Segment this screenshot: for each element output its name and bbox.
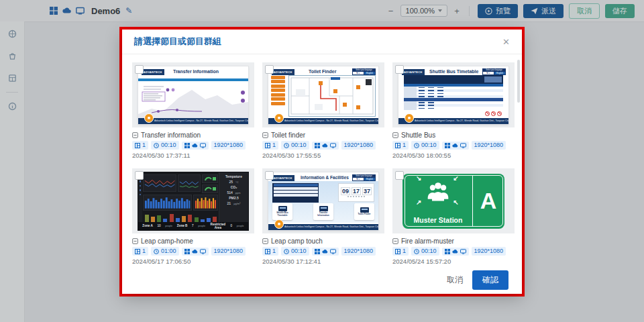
scrollbar-thumb[interactable] (517, 60, 520, 103)
program-name: Leap camp-home (141, 237, 193, 245)
dialog-confirm-button[interactable]: 確認 (472, 270, 508, 290)
display-icon (460, 249, 466, 254)
page-count-badge: 1 (262, 247, 278, 256)
cloud-icon (322, 143, 328, 148)
dialog-footer: 取消 確認 (122, 266, 522, 294)
toilet-menu-buttons (271, 76, 285, 105)
badge-row: 1 00:10 1920*1080 (132, 141, 254, 150)
slide-transfer-information: ADVANTECH Transfer Information (138, 66, 248, 124)
card-checkbox[interactable] (135, 65, 144, 74)
slide-information-facilities: ADVANTECH Information & Facilities Selec… (268, 172, 378, 230)
pages-icon (265, 143, 270, 148)
program-card-transfer[interactable]: ADVANTECH Transfer Information (132, 62, 254, 159)
advantech-logo: ADVANTECH (272, 69, 294, 75)
duration-badge: 00:10 (151, 141, 179, 150)
windows-icon (184, 143, 190, 148)
duration-badge: 00:10 (411, 247, 439, 256)
slide-header-bar (138, 78, 248, 81)
program-name: Shuttle Bus (401, 131, 435, 139)
program-thumbnail[interactable]: ADVANTECH Transfer Information (132, 62, 254, 127)
dialog-title: 請選擇節目或節目群組 (134, 36, 221, 48)
pages-icon (135, 249, 140, 254)
annotation-red-box: 請選擇節目或節目群組 ✕ ADVANTECH Transfer Informat… (119, 27, 525, 297)
card-checkbox[interactable] (395, 171, 404, 180)
close-icon[interactable]: ✕ (502, 37, 510, 47)
card-checkbox[interactable] (135, 171, 144, 180)
program-name: Leap camp touch (271, 237, 323, 245)
badge-row: 1 00:10 1920*1080 (262, 247, 384, 256)
program-name: Fire alarm-muster (401, 237, 454, 245)
program-date: 2024/05/30 17:12:41 (262, 258, 384, 265)
duration-badge: 00:10 (411, 141, 439, 150)
pages-icon (395, 143, 400, 148)
program-grid: ADVANTECH Transfer Information (132, 62, 522, 265)
arrow-in-icon: ↗ (416, 199, 421, 206)
program-date: 2024/05/30 18:00:55 (392, 152, 515, 159)
resolution-badge: 1920*1080 (341, 247, 376, 256)
program-thumbnail[interactable]: Tempature 25°C CO₂ 514ppm PM2.5 21μg/m³ … (132, 168, 254, 233)
language-selector: Select your language 繁中English (352, 174, 376, 182)
program-card-shuttle[interactable]: ADVANTECH Shuttle Bus Timetable Select y… (392, 62, 515, 159)
advantech-logo: ADVANTECH (402, 69, 425, 75)
program-name: Transfer information (141, 131, 201, 139)
clock-hours: 09 (341, 187, 350, 195)
clock-icon (414, 249, 419, 254)
slide-toilet-finder: ADVANTECH Toilet Finder Select your lang… (268, 66, 378, 124)
program-thumbnail[interactable]: ADVANTECH Information & Facilities Selec… (262, 168, 384, 233)
windows-icon (184, 249, 190, 254)
card-checkbox[interactable] (265, 65, 274, 74)
slide-muster-station: ↘ ↙ ↗ ↖ Muster Station A (402, 174, 504, 229)
clock-icon (414, 143, 419, 148)
slide-dashboard: Tempature 25°C CO₂ 514ppm PM2.5 21μg/m³ … (138, 172, 248, 230)
pages-icon (265, 249, 270, 254)
program-thumbnail[interactable]: ADVANTECH Shuttle Bus Timetable Select y… (392, 62, 515, 127)
page-count-badge: 1 (132, 141, 148, 150)
program-meta: Toilet finder 1 00:10 1920*1080 2024/05/… (262, 127, 384, 159)
badge-row: 1 00:10 1920*1080 (392, 141, 515, 150)
dashboard-metrics: Tempature 25°C CO₂ 514ppm PM2.5 21μg/m³ (219, 172, 248, 222)
arrow-in-icon: ↖ (453, 199, 459, 206)
program-date: 2024/05/30 17:37:11 (132, 152, 254, 159)
program-card-leap-home[interactable]: Tempature 25°C CO₂ 514ppm PM2.5 21μg/m³ … (132, 168, 254, 265)
resolution-badge: 1920*1080 (211, 141, 246, 150)
app-root: Demo6 ✎ − 100.00% + 預覽 派送 取消 儲存 (0, 0, 644, 322)
program-thumbnail[interactable]: ADVANTECH Toilet Finder Select your lang… (262, 62, 384, 127)
program-icon (392, 132, 398, 138)
dialog-cancel-button[interactable]: 取消 (447, 274, 463, 286)
duration-badge: 00:10 (281, 141, 309, 150)
program-card-leap-touch[interactable]: ADVANTECH Information & Facilities Selec… (262, 168, 384, 265)
platform-badge (442, 142, 469, 150)
resolution-badge: 1920*1080 (341, 141, 376, 150)
program-name: Toilet finder (271, 131, 305, 139)
program-date: 2024/05/17 17:06:50 (132, 258, 254, 265)
cloud-icon (322, 249, 328, 254)
program-thumbnail[interactable]: ↘ ↙ ↗ ↖ Muster Station A (392, 168, 515, 233)
platform-badge (312, 248, 339, 256)
advantech-logo: ADVANTECH (142, 69, 164, 75)
card-checkbox[interactable] (265, 171, 274, 180)
program-meta: Transfer information 1 00:10 1920*1080 2… (132, 127, 254, 159)
slide-title: Information & Facilities (301, 175, 349, 180)
pages-icon (395, 249, 400, 254)
platform-badge (182, 248, 209, 256)
pages-icon (135, 143, 140, 148)
badge-row: 1 00:10 1920*1080 (262, 141, 384, 150)
slide-title: Transfer Information (173, 69, 219, 74)
muster-station-label: Muster Station (405, 216, 471, 224)
home-icon (274, 113, 284, 123)
program-meta: Shuttle Bus 1 00:10 1920*1080 2024/05/30… (392, 127, 515, 159)
program-card-toilet[interactable]: ADVANTECH Toilet Finder Select your lang… (262, 62, 384, 159)
home-icon (144, 113, 154, 123)
platform-badge (442, 248, 469, 256)
program-date: 2024/05/30 17:55:55 (262, 152, 384, 159)
program-icon (392, 238, 398, 244)
program-meta: Leap camp-home 1 01:00 1920*1080 2024/05… (132, 233, 254, 265)
program-card-muster[interactable]: ↘ ↙ ↗ ↖ Muster Station A (392, 168, 515, 265)
program-date: 2024/05/24 15:57:20 (392, 258, 515, 265)
badge-row: 1 00:10 1920*1080 (392, 247, 515, 256)
cloud-icon (192, 143, 198, 148)
display-icon (330, 249, 336, 254)
clock-icon (154, 143, 159, 148)
clock-panel: 09 17 37 (338, 183, 374, 202)
card-checkbox[interactable] (395, 65, 404, 74)
